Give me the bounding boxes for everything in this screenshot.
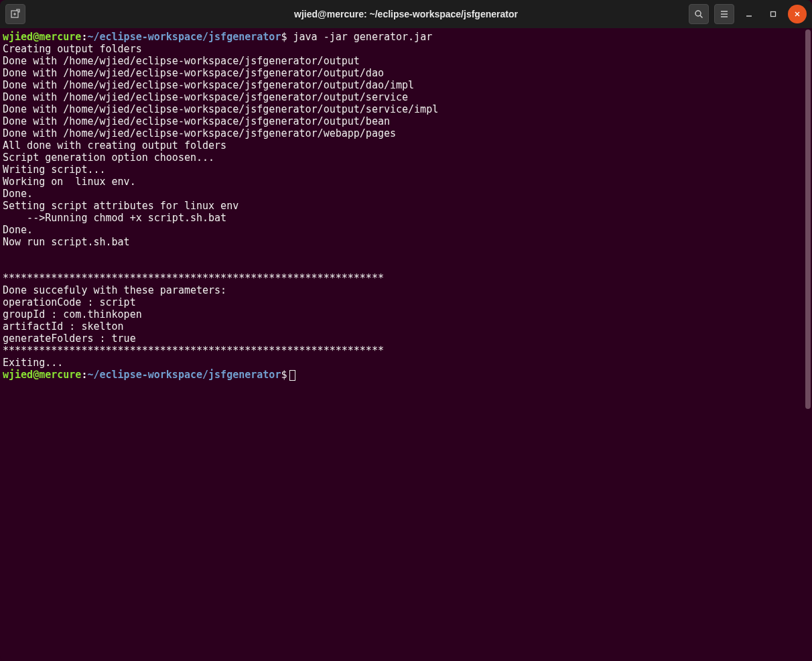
prompt-user-host: wjied@mercure	[3, 31, 81, 43]
terminal-output[interactable]: wjied@mercure:~/eclipse-workspace/jsfgen…	[0, 28, 804, 661]
svg-point-3	[695, 11, 701, 16]
terminal-line	[3, 260, 803, 272]
maximize-icon	[769, 10, 777, 18]
svg-line-4	[700, 15, 703, 18]
terminal-line: Done with /home/wjied/eclipse-workspace/…	[3, 79, 803, 91]
minimize-button[interactable]	[740, 5, 758, 23]
terminal-line: Now run script.sh.bat	[3, 236, 803, 248]
command-text: java -jar generator.jar	[287, 31, 432, 43]
terminal-line: generateFolders : true	[3, 333, 803, 345]
terminal-line: All done with creating output folders	[3, 139, 803, 152]
terminal-line: Done with /home/wjied/eclipse-workspace/…	[3, 127, 803, 139]
svg-rect-9	[771, 12, 776, 17]
terminal-line: wjied@mercure:~/eclipse-workspace/jsfgen…	[3, 31, 803, 43]
minimize-icon	[745, 10, 753, 18]
terminal-line: groupId : com.thinkopen	[3, 308, 803, 320]
terminal-line: Writing script...	[3, 164, 803, 176]
terminal-line: artifactId : skelton	[3, 320, 803, 333]
hamburger-icon	[719, 9, 730, 19]
terminal-line: Script generation option choosen...	[3, 152, 803, 164]
new-tab-button[interactable]	[5, 4, 25, 24]
terminal-line: ****************************************…	[3, 345, 803, 357]
close-icon	[793, 10, 801, 18]
terminal-line: Done with /home/wjied/eclipse-workspace/…	[3, 55, 803, 67]
prompt-symbol: $	[281, 369, 287, 381]
terminal-line: Working on linux env.	[3, 176, 803, 188]
cursor	[289, 370, 295, 381]
search-icon	[693, 9, 704, 19]
terminal-line: Done with /home/wjied/eclipse-workspace/…	[3, 115, 803, 127]
terminal-line: Exiting...	[3, 357, 803, 369]
terminal-line: Done with /home/wjied/eclipse-workspace/…	[3, 91, 803, 103]
terminal-line	[3, 248, 803, 260]
terminal-line: -->Running chmod +x script.sh.bat	[3, 212, 803, 224]
terminal-line: Done.	[3, 188, 803, 200]
terminal-body[interactable]: wjied@mercure:~/eclipse-workspace/jsfgen…	[0, 28, 812, 661]
terminal-line: Done with /home/wjied/eclipse-workspace/…	[3, 103, 803, 115]
terminal-line: wjied@mercure:~/eclipse-workspace/jsfgen…	[3, 369, 803, 381]
terminal-line: ****************************************…	[3, 272, 803, 284]
scrollbar-thumb[interactable]	[805, 29, 811, 409]
terminal-line: operationCode : script	[3, 296, 803, 308]
window-title: wjied@mercure: ~/eclipse-workspace/jsfge…	[294, 9, 518, 19]
terminal-window: wjied@mercure: ~/eclipse-workspace/jsfge…	[0, 0, 812, 661]
terminal-line: Done.	[3, 224, 803, 236]
maximize-button[interactable]	[764, 5, 783, 23]
prompt-path: ~/eclipse-workspace/jsfgenerator	[87, 369, 281, 381]
close-button[interactable]	[788, 5, 807, 23]
terminal-line: Done succefuly with these parameters:	[3, 284, 803, 296]
titlebar: wjied@mercure: ~/eclipse-workspace/jsfge…	[0, 0, 812, 28]
scrollbar[interactable]	[804, 28, 812, 661]
prompt-user-host: wjied@mercure	[3, 369, 81, 381]
new-tab-icon	[10, 9, 21, 19]
terminal-line: Setting script attributes for linux env	[3, 200, 803, 212]
search-button[interactable]	[689, 4, 709, 24]
terminal-line: Creating output folders	[3, 43, 803, 55]
menu-button[interactable]	[714, 4, 734, 24]
prompt-path: ~/eclipse-workspace/jsfgenerator	[87, 31, 281, 43]
terminal-line: Done with /home/wjied/eclipse-workspace/…	[3, 67, 803, 79]
